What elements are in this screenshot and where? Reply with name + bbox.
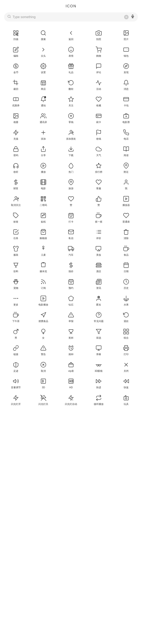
icon-item-news[interactable]: 资讯 <box>85 275 112 292</box>
icon-item-phone[interactable]: 电话 <box>112 126 140 143</box>
icon-item-edit[interactable]: 编辑 <box>2 43 30 60</box>
icon-item-wealth[interactable]: 财富 <box>2 176 30 192</box>
icon-item-flip[interactable]: 翻转 <box>57 76 85 93</box>
icon-item-alarm[interactable]: 闹钟 <box>57 342 85 358</box>
icon-item-link[interactable]: 链接 <box>2 342 30 358</box>
icon-item-rank[interactable]: 排行榜 <box>85 159 112 176</box>
icon-item-3d[interactable]: 3D <box>30 375 57 391</box>
icon-item-seat[interactable]: 普通座 <box>112 209 140 226</box>
search-input[interactable] <box>12 15 124 19</box>
icon-item-like-heart[interactable]: 赞 <box>57 192 85 209</box>
icon-item-nearby[interactable]: 附近 <box>112 159 140 176</box>
icon-item-crop[interactable]: 裁切 <box>2 76 30 93</box>
icon-item-subscribe[interactable]: 订阅 <box>30 275 57 292</box>
icon-item-makeup[interactable]: 美妆 <box>85 242 112 259</box>
icon-item-player[interactable]: 播放器 <box>112 192 140 209</box>
icon-item-cart[interactable]: 购物 <box>85 43 112 60</box>
icon-item-flash-off[interactable]: 闪光灯关 <box>30 391 57 408</box>
icon-item-child[interactable]: 儿童 <box>30 242 57 259</box>
icon-item-popcorn[interactable]: 爆米花 <box>30 258 57 275</box>
icon-item-card[interactable]: 卡包 <box>112 93 140 109</box>
icon-item-faq[interactable]: 常见问题 <box>85 308 112 325</box>
icon-item-vip[interactable]: vip座 <box>57 358 85 375</box>
icon-item-change[interactable]: 零钱 <box>57 109 85 126</box>
icon-item-checkin[interactable]: 打卡 <box>57 209 85 226</box>
icon-item-qrcode[interactable]: 二维码 <box>30 192 57 209</box>
icon-item-car[interactable]: 汽车 <box>57 242 85 259</box>
icon-item-snack[interactable]: 便携食品 <box>30 308 57 325</box>
icon-item-toy[interactable]: 玩具 <box>112 391 140 408</box>
icon-item-calendar[interactable]: 日期 <box>112 258 140 275</box>
icon-item-me[interactable]: 我 <box>112 176 140 192</box>
icon-item-wallet[interactable]: 钱包 <box>112 43 140 60</box>
icon-item-play[interactable]: 播放 <box>30 159 57 176</box>
icon-item-print[interactable]: 打印 <box>112 342 140 358</box>
icon-item-photo[interactable]: 照片 <box>112 26 140 43</box>
icon-item-male[interactable]: 男 <box>2 325 30 342</box>
icon-item-cloth[interactable]: 服装 <box>2 242 30 259</box>
icon-item-sticker[interactable]: 贴纸 <box>30 209 57 226</box>
icon-item-notify[interactable]: 通知 <box>30 93 57 109</box>
icon-item-reserve[interactable]: 预约 <box>57 275 85 292</box>
icon-item-hotel[interactable]: 酒店 <box>85 258 112 275</box>
icon-item-lock[interactable]: 密码 <box>2 142 30 159</box>
icon-item-trash[interactable]: 清除 <box>112 226 140 242</box>
icon-item-close[interactable]: 关闭 <box>112 358 140 375</box>
icon-item-warning[interactable]: 警告 <box>30 342 57 358</box>
icon-item-hot[interactable]: 热门 <box>57 159 85 176</box>
icon-item-contacts[interactable]: 通讯录 <box>30 109 57 126</box>
icon-item-loop[interactable]: 循环播放 <box>85 391 112 408</box>
icon-item-unfollow[interactable]: 取消关注 <box>2 192 30 209</box>
icon-item-food[interactable]: 食品 <box>112 242 140 259</box>
icon-item-ticket[interactable]: 电影票 <box>112 109 140 126</box>
icon-item-screen[interactable]: 弹幕 <box>85 342 112 358</box>
icon-item-thumbup[interactable]: 赞 <box>85 192 112 209</box>
icon-item-trophy[interactable]: 奖杯 <box>57 325 85 342</box>
icon-item-discover[interactable]: 发现 <box>112 60 140 76</box>
search-clear-button[interactable]: ✕ <box>124 15 128 19</box>
icon-item-flash-on[interactable]: 闪光灯开 <box>2 391 30 408</box>
icon-item-album[interactable]: 相册 <box>2 109 30 126</box>
icon-item-star[interactable]: 关注 <box>57 93 85 109</box>
icon-item-3d-glasses[interactable]: 3D眼镜 <box>85 358 112 375</box>
icon-item-service[interactable]: 客服 <box>85 176 112 192</box>
icon-item-drink[interactable]: 饮料 <box>2 258 30 275</box>
icon-item-review[interactable]: 评价 <box>85 226 112 242</box>
icon-item-scan[interactable]: 扫描 <box>2 26 30 43</box>
icon-item-shop[interactable]: 商店 <box>30 76 57 93</box>
icon-item-comment[interactable]: 评论 <box>85 60 112 76</box>
icon-item-more[interactable]: 更多 <box>2 292 30 308</box>
icon-item-coin[interactable]: 金币 <box>2 60 30 76</box>
icon-item-share[interactable]: 分享 <box>30 142 57 159</box>
icon-item-receive[interactable]: 收钱 <box>85 126 112 143</box>
icon-item-bag[interactable]: 购物袋 <box>30 226 57 242</box>
icon-item-activity[interactable]: 活动 <box>85 76 112 93</box>
icon-item-back[interactable]: 返回 <box>57 26 85 43</box>
icon-item-filter[interactable]: 筛选 <box>85 325 112 342</box>
icon-item-quote[interactable]: 报价 <box>57 258 85 275</box>
icon-item-diamond[interactable]: 钻石 <box>57 292 85 308</box>
icon-item-gift[interactable]: 礼品 <box>57 60 85 76</box>
icon-item-camera[interactable]: 拍照 <box>85 26 112 43</box>
icon-item-footprint[interactable]: 足迹 <box>2 358 30 375</box>
icon-item-pet[interactable]: 宠物 <box>2 275 30 292</box>
icon-item-fruit[interactable]: 水果 <box>112 292 140 308</box>
icon-item-listen[interactable]: 收听 <box>2 159 30 176</box>
icon-item-search[interactable]: 搜索 <box>30 26 57 43</box>
icon-item-fast-forward[interactable]: 快进 <box>85 375 112 391</box>
icon-item-refund[interactable]: 退款 <box>112 308 140 325</box>
icon-item-female[interactable]: 女 <box>30 325 57 342</box>
icon-item-charge[interactable]: 充值 <box>2 126 30 143</box>
icon-item-bell[interactable]: 消息 <box>112 76 140 93</box>
icon-item-weather[interactable]: 天气 <box>85 142 112 159</box>
icon-item-collect[interactable]: 收藏 <box>85 93 112 109</box>
icon-item-sound[interactable]: 音量调节 <box>2 375 30 391</box>
icon-item-read[interactable]: 阅读 <box>112 142 140 159</box>
icon-item-add[interactable]: 添加 <box>30 126 57 143</box>
icon-item-settings[interactable]: 设置 <box>30 60 57 76</box>
icon-item-cinema[interactable]: 电影播放 <box>30 292 57 308</box>
icon-item-cancel[interactable]: 取消 <box>30 358 57 375</box>
icon-item-combine[interactable]: 组合 <box>112 325 140 342</box>
icon-item-report[interactable]: 举报 <box>57 308 85 325</box>
icon-item-tag[interactable]: 标签 <box>2 209 30 226</box>
